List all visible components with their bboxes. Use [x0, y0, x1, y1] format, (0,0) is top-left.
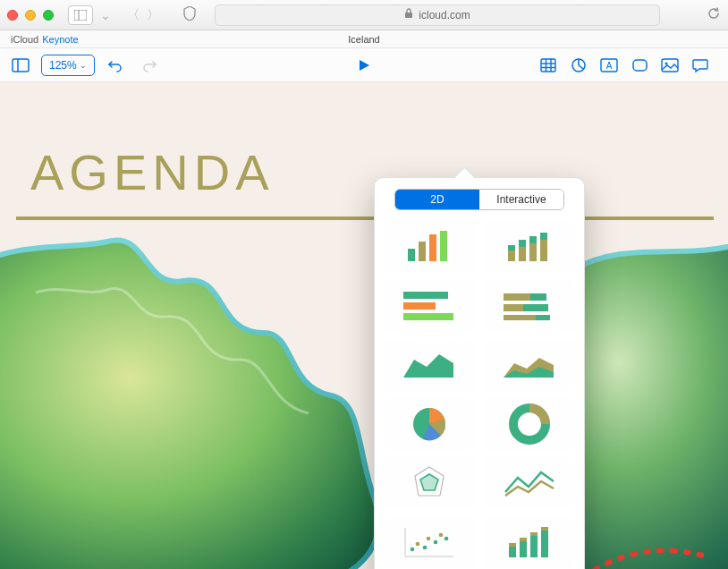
svg-rect-29	[403, 313, 453, 320]
svg-rect-19	[508, 251, 515, 261]
app-toolbar: 125% ⌄ A	[0, 48, 728, 82]
chevron-down-icon: ⌄	[80, 61, 87, 70]
insert-chart-icon[interactable]	[565, 53, 592, 78]
window-minimize[interactable]	[25, 10, 36, 21]
document-title: Iceland	[348, 34, 379, 45]
insert-table-icon[interactable]	[535, 53, 562, 78]
svg-rect-34	[504, 315, 536, 320]
svg-rect-22	[519, 240, 526, 247]
svg-rect-32	[504, 304, 523, 311]
chart-type-pie[interactable]	[384, 398, 475, 450]
svg-point-14	[665, 62, 668, 64]
svg-point-48	[444, 537, 449, 541]
insert-shape-icon[interactable]	[626, 53, 653, 78]
chart-type-line-multi[interactable]	[484, 457, 575, 509]
svg-rect-54	[530, 532, 538, 536]
reload-icon[interactable]	[707, 6, 721, 24]
svg-rect-28	[403, 302, 436, 310]
svg-rect-53	[530, 536, 538, 557]
svg-rect-0	[74, 10, 87, 21]
address-host: icloud.com	[419, 9, 470, 21]
sidebar-icon	[74, 10, 87, 21]
chart-type-bar-horizontal[interactable]	[384, 280, 475, 332]
chart-type-bar-3d[interactable]	[484, 516, 575, 568]
nav-forward-icon[interactable]: 〉	[147, 7, 159, 23]
svg-rect-3	[13, 59, 29, 72]
segment-interactive[interactable]: Interactive	[479, 190, 563, 209]
slide-heading[interactable]: AGENDA	[30, 143, 275, 201]
svg-rect-27	[403, 292, 448, 299]
svg-point-46	[434, 540, 438, 545]
window-controls	[7, 10, 54, 21]
chart-insert-popover: 2D Interactive	[374, 177, 585, 569]
chart-type-area[interactable]	[384, 339, 475, 391]
svg-rect-35	[536, 315, 550, 320]
breadcrumb-bar: iCloud Keynote Iceland	[0, 30, 728, 48]
svg-rect-56	[541, 527, 548, 531]
play-icon[interactable]	[351, 53, 377, 78]
insert-image-icon[interactable]	[656, 53, 683, 78]
svg-rect-17	[429, 234, 436, 261]
svg-rect-33	[523, 304, 548, 311]
window-close[interactable]	[7, 10, 18, 21]
svg-rect-52	[520, 538, 527, 541]
svg-rect-21	[519, 247, 526, 261]
insert-tools: A	[535, 53, 714, 78]
svg-rect-26	[540, 233, 547, 240]
svg-rect-2	[405, 13, 412, 18]
svg-point-47	[439, 533, 444, 538]
breadcrumb-app[interactable]: Keynote	[42, 34, 78, 45]
svg-rect-20	[508, 245, 515, 251]
svg-rect-49	[509, 547, 516, 557]
svg-rect-31	[530, 293, 546, 301]
privacy-shield-icon[interactable]	[183, 6, 196, 23]
heading-underline	[16, 217, 714, 220]
redo-icon	[136, 53, 163, 78]
sidebar-toggle-icon[interactable]	[68, 5, 93, 25]
breadcrumb: iCloud Keynote	[11, 34, 79, 45]
chart-dimension-segment: 2D Interactive	[394, 189, 564, 210]
chart-type-radar[interactable]	[384, 457, 475, 509]
zoom-select[interactable]: 125% ⌄	[41, 55, 95, 76]
svg-point-44	[423, 546, 427, 550]
insert-text-icon[interactable]: A	[596, 53, 622, 78]
chart-type-grid	[384, 221, 575, 569]
chart-type-bar-vertical[interactable]	[384, 221, 475, 273]
svg-rect-16	[419, 242, 426, 261]
svg-rect-55	[541, 531, 548, 557]
insert-comment-icon[interactable]	[687, 53, 714, 78]
chart-type-area-stacked[interactable]	[484, 339, 575, 391]
svg-text:A: A	[606, 61, 613, 71]
breadcrumb-root[interactable]: iCloud	[11, 34, 38, 45]
segment-2d[interactable]: 2D	[395, 190, 479, 209]
dropdown-chevron-icon[interactable]: ⌄	[100, 8, 111, 22]
lock-icon	[404, 8, 413, 21]
svg-marker-39	[420, 474, 438, 490]
svg-rect-30	[504, 293, 530, 301]
undo-icon[interactable]	[102, 53, 129, 78]
chart-type-donut[interactable]	[484, 398, 575, 450]
chart-type-bar-horizontal-stacked[interactable]	[484, 280, 575, 332]
svg-rect-23	[529, 243, 537, 261]
zoom-value: 125%	[49, 59, 77, 72]
svg-rect-50	[509, 543, 516, 547]
svg-rect-25	[540, 240, 547, 261]
chart-type-scatter[interactable]	[384, 516, 475, 568]
navigator-toggle-icon[interactable]	[7, 53, 34, 78]
svg-rect-51	[520, 541, 527, 557]
svg-point-43	[416, 542, 420, 547]
svg-point-42	[411, 548, 415, 552]
chart-type-bar-vertical-stacked[interactable]	[484, 221, 575, 273]
address-bar[interactable]: icloud.com	[215, 4, 660, 26]
svg-rect-5	[541, 59, 555, 72]
browser-titlebar: ⌄ 〈 〉 icloud.com	[0, 0, 728, 30]
window-zoom[interactable]	[43, 10, 54, 21]
svg-rect-15	[408, 249, 415, 261]
svg-rect-24	[529, 236, 537, 243]
svg-rect-18	[440, 231, 447, 261]
svg-point-45	[427, 537, 431, 541]
slide-canvas[interactable]: AGENDA 2D Interactive	[0, 82, 728, 569]
nav-back-icon[interactable]: 〈	[127, 7, 140, 23]
